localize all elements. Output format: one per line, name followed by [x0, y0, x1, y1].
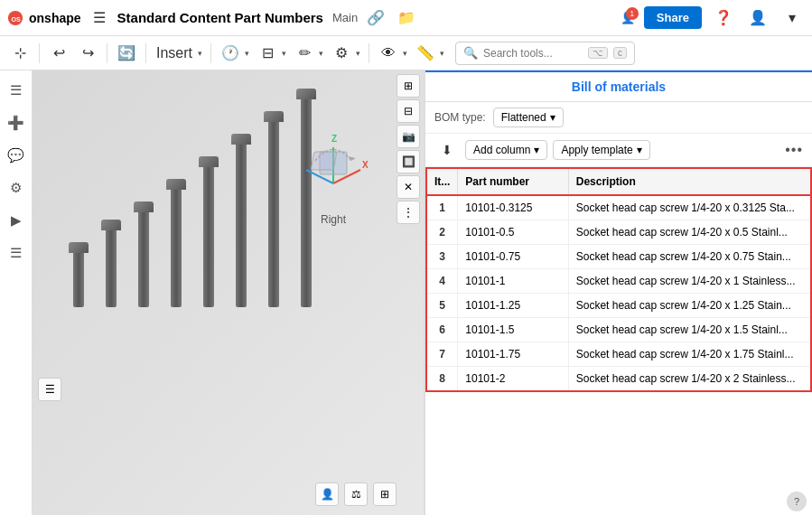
viewport-btn-4[interactable]: 🔲 — [397, 150, 420, 173]
notification-count: 1 — [626, 7, 639, 20]
bottom-tool-2[interactable]: ⚖ — [344, 482, 368, 506]
insert-arrow[interactable]: ▾ — [196, 49, 204, 58]
hamburger-button[interactable]: ☰ — [87, 5, 112, 31]
screw-body-5 — [203, 167, 214, 307]
viewport-btn-2[interactable]: ⊟ — [397, 99, 420, 123]
screw-head-1 — [69, 242, 89, 253]
toolbar-divider-2 — [107, 43, 107, 63]
bom-more-button[interactable]: ••• — [785, 142, 803, 158]
screw-6 — [231, 134, 251, 307]
sketch-arrow[interactable]: ▾ — [317, 49, 325, 58]
cell-description-6: Socket head cap screw 1/4-20 x 1.75 Stai… — [568, 342, 811, 367]
viewport-btn-5[interactable]: ✕ — [397, 175, 420, 199]
search-shortcut-alt: ⌥ — [588, 47, 608, 59]
table-row[interactable]: 4 10101-1 Socket head cap screw 1/4-20 x… — [426, 269, 811, 294]
cell-description-3: Socket head cap screw 1/4-20 x 1 Stainle… — [568, 269, 811, 294]
feature-arrow[interactable]: ▾ — [354, 49, 362, 58]
screws-visualization — [69, 89, 316, 307]
cell-part-number-1: 10101-0.5 — [458, 220, 568, 245]
search-box[interactable]: 🔍 ⌥ c — [455, 42, 635, 65]
sidebar-icon-assembly[interactable]: ⚙ — [4, 175, 29, 201]
bom-table: It... Part number Description 1 10101-0.… — [425, 167, 812, 488]
bottom-tool-1[interactable]: 👤 — [315, 482, 339, 506]
table-row[interactable]: 3 10101-0.75 Socket head cap screw 1/4-2… — [426, 245, 811, 269]
col-description[interactable]: Description — [568, 168, 811, 195]
cell-item-5: 6 — [426, 318, 458, 342]
search-input[interactable] — [483, 47, 583, 60]
screw-body-6 — [236, 145, 247, 307]
feature-button[interactable]: ⚙ — [329, 41, 354, 66]
table-row[interactable]: 2 10101-0.5 Socket head cap screw 1/4-20… — [426, 220, 811, 245]
toolbar-divider-4 — [210, 43, 211, 63]
list-icon[interactable]: ☰ — [38, 378, 61, 401]
col-part-number[interactable]: Part number — [458, 168, 568, 195]
table-row[interactable]: 7 10101-1.75 Socket head cap screw 1/4-2… — [426, 342, 811, 367]
notification-badge[interactable]: 👤 1 — [621, 11, 635, 24]
bom-import-button[interactable]: ⬇ — [434, 137, 460, 163]
cell-description-7: Socket head cap screw 1/4-20 x 2 Stainle… — [568, 367, 811, 392]
svg-text:OS: OS — [12, 14, 22, 23]
parts-button[interactable]: ⊟ — [255, 41, 280, 66]
branch-label: Main — [332, 11, 358, 24]
share-button[interactable]: Share — [644, 6, 702, 29]
bom-type-select[interactable]: Flattened ▾ — [493, 108, 564, 127]
help-icon[interactable]: ❓ — [711, 5, 736, 31]
parts-arrow[interactable]: ▾ — [280, 49, 288, 58]
select-tool-button[interactable]: ⊹ — [7, 41, 33, 66]
measure-tool-group: 📏 ▾ — [413, 41, 446, 66]
view-arrow[interactable]: ▾ — [401, 49, 409, 58]
viewport-btn-1[interactable]: ⊞ — [397, 74, 420, 98]
cell-description-4: Socket head cap screw 1/4-20 x 1.25 Stai… — [568, 294, 811, 318]
toolbar-divider-1 — [39, 43, 40, 63]
sidebar-icon-add[interactable]: ➕ — [4, 110, 29, 136]
screw-head-6 — [231, 134, 251, 145]
cell-part-number-3: 10101-1 — [458, 269, 568, 294]
cell-part-number-2: 10101-0.75 — [458, 245, 568, 269]
redo-button[interactable]: ↪ — [75, 41, 100, 66]
bottom-tool-3[interactable]: ⊞ — [373, 482, 397, 506]
add-column-button[interactable]: Add column ▾ — [465, 140, 547, 160]
main-area: ☰ ➕ 💬 ⚙ ▶ ☰ — [0, 70, 812, 515]
sidebar-icon-simulation[interactable]: ▶ — [4, 208, 29, 233]
table-row[interactable]: 5 10101-1.25 Socket head cap screw 1/4-2… — [426, 294, 811, 318]
cell-part-number-7: 10101-2 — [458, 367, 568, 392]
sketch-button[interactable]: ✏ — [292, 41, 317, 66]
bom-footer: ? — [425, 488, 812, 515]
apply-template-button[interactable]: Apply template ▾ — [553, 140, 649, 160]
cell-description-0: Socket head cap screw 1/4-20 x 0.3125 St… — [568, 195, 811, 220]
col-item: It... — [426, 168, 458, 195]
add-column-chevron: ▾ — [534, 144, 539, 156]
cell-description-5: Socket head cap screw 1/4-20 x 1.5 Stain… — [568, 318, 811, 342]
viewport-btn-6[interactable]: ⋮ — [397, 201, 420, 224]
folder-icon[interactable]: 📁 — [394, 5, 419, 31]
link-icon[interactable]: 🔗 — [363, 5, 388, 31]
user-avatar[interactable]: 👤 — [745, 5, 770, 31]
viewport-btn-3[interactable]: 📷 — [397, 125, 420, 148]
table-row[interactable]: 8 10101-2 Socket head cap screw 1/4-20 x… — [426, 367, 811, 392]
bom-data-table: It... Part number Description 1 10101-0.… — [425, 167, 812, 392]
table-row[interactable]: 6 10101-1.5 Socket head cap screw 1/4-20… — [426, 318, 811, 342]
insert-button[interactable]: Insert — [153, 41, 196, 66]
left-sidebar: ☰ ➕ 💬 ⚙ ▶ ☰ — [0, 70, 33, 515]
bottom-viewport-tools: 👤 ⚖ ⊞ — [315, 482, 397, 506]
screw-head-3 — [134, 201, 154, 212]
screw-1 — [69, 242, 89, 307]
time-button[interactable]: 🕐 — [218, 41, 243, 66]
sidebar-icon-comment[interactable]: 💬 — [4, 143, 29, 168]
undo-button[interactable]: ↩ — [46, 41, 71, 66]
sync-button[interactable]: 🔄 — [114, 41, 139, 66]
bom-type-chevron: ▾ — [550, 111, 555, 124]
time-arrow[interactable]: ▾ — [243, 49, 251, 58]
view-button[interactable]: 👁 — [376, 41, 401, 66]
bom-help-button[interactable]: ? — [787, 492, 807, 511]
measure-arrow[interactable]: ▾ — [438, 49, 446, 58]
table-row[interactable]: 1 10101-0.3125 Socket head cap screw 1/4… — [426, 195, 811, 220]
measure-button[interactable]: 📏 — [413, 41, 438, 66]
sidebar-icon-bom[interactable]: ☰ — [4, 240, 29, 266]
cell-item-0: 1 — [426, 195, 458, 220]
svg-text:Z: Z — [331, 134, 337, 144]
onshape-logo-icon: OS — [7, 10, 23, 26]
cell-part-number-5: 10101-1.5 — [458, 318, 568, 342]
user-menu-chevron[interactable]: ▾ — [779, 5, 805, 31]
sidebar-icon-filter[interactable]: ☰ — [4, 78, 29, 103]
